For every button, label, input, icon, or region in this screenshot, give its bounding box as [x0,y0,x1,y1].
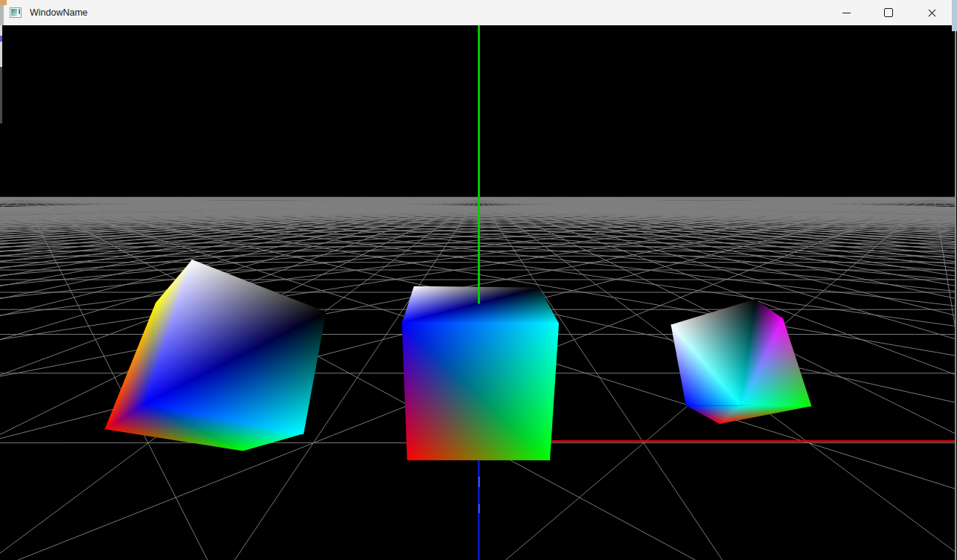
minimize-icon [842,13,851,13]
gl-viewport[interactable] [0,25,957,560]
maximize-button[interactable] [871,0,906,25]
background-window-sliver-left-2 [0,42,2,67]
window-titlebar[interactable]: WindowName [0,0,957,25]
window-title: WindowName [30,0,88,25]
app-icon-bar [19,9,20,14]
background-window-sliver-left-3 [0,67,2,123]
minimize-button[interactable] [829,0,863,25]
background-window-sliver-topleft [0,0,7,5]
app-icon-fill [11,9,17,16]
background-window-sliver-left-top [0,5,4,25]
background-window-sliver-topright [952,0,957,31]
app-icon [10,7,22,18]
maximize-icon [884,8,893,17]
background-window-sliver-left-purple [0,36,2,42]
close-icon [927,8,937,18]
close-button[interactable] [915,0,949,25]
background-window-sliver-left-1 [0,25,2,36]
